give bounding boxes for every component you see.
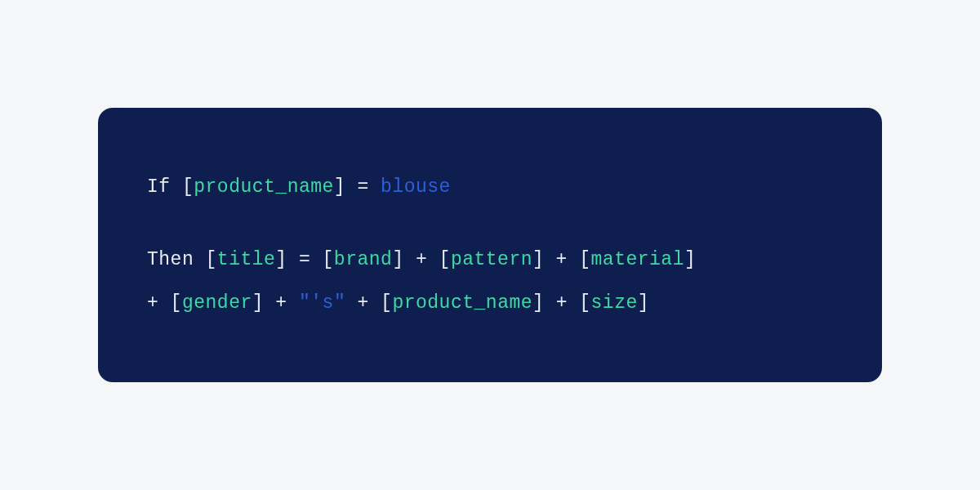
code-var-pattern: pattern: [451, 249, 532, 270]
code-operator: ] + [: [532, 249, 591, 270]
code-bracket-close: ]: [684, 249, 696, 270]
code-string-literal: "'s": [299, 292, 345, 314]
code-bracket-equals: ] =: [334, 176, 381, 198]
code-value-blouse: blouse: [381, 176, 451, 198]
code-operator: ] = [: [275, 249, 334, 270]
code-bracket-close: ]: [638, 292, 649, 314]
code-var-product-name: product_name: [392, 292, 532, 314]
code-operator: ] +: [252, 292, 299, 314]
code-block: If [product_name] = blouse Then [title] …: [98, 108, 882, 383]
code-line-then: Then [title] = [brand] + [pattern] + [ma…: [147, 246, 833, 274]
code-operator: ] + [: [392, 249, 451, 270]
code-operator: + [: [147, 292, 182, 314]
code-var-title: title: [217, 249, 276, 270]
code-keyword-if: If [: [147, 176, 194, 198]
code-operator: + [: [345, 292, 392, 314]
code-var-size: size: [591, 292, 638, 314]
code-line-if: If [product_name] = blouse: [147, 173, 833, 202]
blank-line: [147, 201, 833, 246]
code-line-then-cont: + [gender] + "'s" + [product_name] + [si…: [147, 289, 833, 318]
code-var-product-name: product_name: [194, 176, 334, 198]
line-gap: [147, 274, 833, 289]
code-keyword-then: Then [: [147, 249, 217, 270]
code-var-brand: brand: [334, 249, 393, 270]
code-operator: ] + [: [532, 292, 591, 314]
code-var-material: material: [591, 249, 684, 270]
code-var-gender: gender: [182, 292, 252, 314]
